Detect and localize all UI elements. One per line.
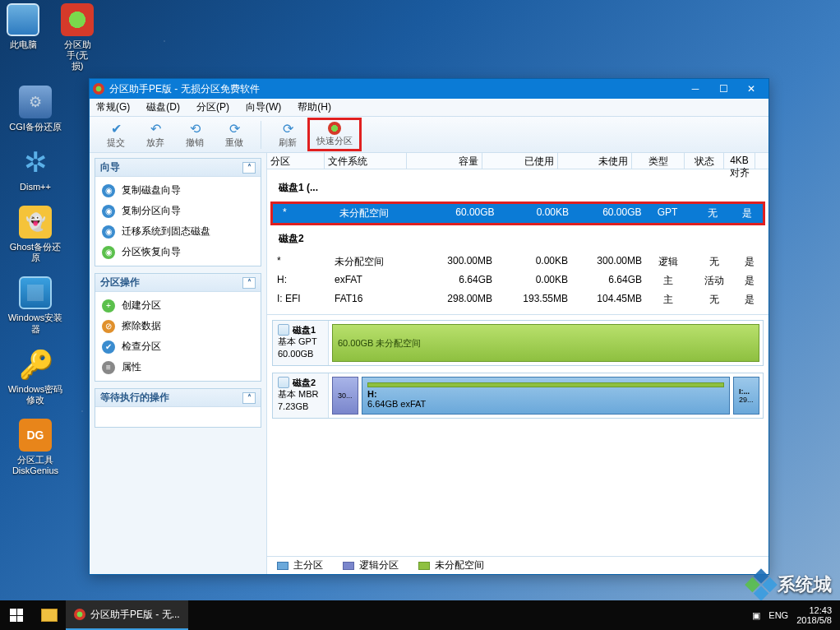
- disk-map-area: 磁盘1基本 GPT60.00GB 60.00GB 未分配空间 磁盘2基本 MBR…: [267, 314, 768, 424]
- sidebar-item-properties[interactable]: ≡属性: [95, 357, 261, 378]
- sidebar-item-wipe-data[interactable]: ⊘擦除数据: [95, 316, 261, 336]
- undo-button[interactable]: ⟲撤销: [175, 121, 215, 149]
- table-row[interactable]: * 未分配空间 60.00GB 0.00KB 60.00GB GPT 无 是: [273, 204, 763, 223]
- col-4k-align[interactable]: 4KB对齐: [724, 153, 755, 169]
- app-icon: [93, 83, 104, 95]
- system-tray[interactable]: ▣ ENG 12:432018/5/8: [744, 605, 840, 625]
- partition-assistant-window: 分区助手PE版 - 无损分区免费软件 ─ ☐ ✕ 常规(G) 磁盘(D) 分区(…: [89, 78, 769, 575]
- desktop-icon-ghost[interactable]: 👻Ghost备份还原: [7, 206, 64, 263]
- titlebar[interactable]: 分区助手PE版 - 无损分区免费软件 ─ ☐ ✕: [90, 79, 768, 99]
- menu-help[interactable]: 帮助(H): [294, 99, 335, 116]
- desktop-icon-this-pc[interactable]: 此电脑: [7, 3, 39, 72]
- sidebar-item-migrate-os-ssd[interactable]: ◉迁移系统到固态磁盘: [95, 221, 261, 242]
- table-row[interactable]: *未分配空间300.00MB0.00KB300.00MB逻辑无是: [267, 252, 768, 271]
- sidebar-item-check-partition[interactable]: ✔检查分区: [95, 336, 261, 357]
- quick-partition-button[interactable]: 快速分区: [315, 122, 354, 147]
- disk2-label[interactable]: 磁盘2: [267, 225, 768, 252]
- disk-icon: [278, 324, 289, 336]
- toolbar-separator: [261, 121, 261, 149]
- close-button[interactable]: ✕: [737, 81, 765, 97]
- col-partition[interactable]: 分区: [267, 153, 325, 169]
- disk-segment-unallocated[interactable]: 60.00GB 未分配空间: [332, 324, 759, 362]
- commit-button[interactable]: ✔提交: [96, 121, 136, 149]
- sidebar-item-copy-partition-wizard[interactable]: ◉复制分区向导: [95, 201, 261, 221]
- pending-panel-title: 等待执行的操作: [100, 391, 169, 405]
- column-headers: 分区 文件系统 容量 已使用 未使用 类型 状态 4KB对齐: [267, 153, 768, 169]
- watermark: 系统城: [750, 572, 832, 597]
- col-capacity[interactable]: 容量: [407, 153, 482, 169]
- col-free[interactable]: 未使用: [558, 153, 632, 169]
- table-row[interactable]: H:exFAT6.64GB0.00KB6.64GB主活动是: [267, 271, 768, 290]
- ops-panel-title: 分区操作: [100, 276, 140, 290]
- tray-clock[interactable]: 12:432018/5/8: [796, 605, 832, 625]
- desktop-icons: 此电脑 分区助手(无损) CGI备份还原 ✲Dism++ 👻Ghost备份还原 …: [7, 3, 81, 489]
- redo-button[interactable]: ⟳重做: [215, 121, 254, 149]
- start-button[interactable]: [0, 600, 33, 630]
- legend: 主分区 逻辑分区 未分配空间: [267, 556, 768, 574]
- disk-segment-h[interactable]: H:6.64GB exFAT: [362, 377, 730, 415]
- desktop-icon-diskgenius[interactable]: DG分区工具DiskGenius: [7, 419, 64, 476]
- menu-disk[interactable]: 磁盘(D): [143, 99, 183, 116]
- taskbar-file-explorer[interactable]: [33, 600, 66, 630]
- legend-primary-icon: [277, 562, 288, 570]
- disk-icon: [278, 377, 289, 388]
- quick-partition-highlight: 快速分区: [307, 118, 362, 151]
- refresh-button[interactable]: ⟳刷新: [268, 121, 307, 149]
- disk-segment-logical[interactable]: 30...: [332, 377, 358, 415]
- minimize-button[interactable]: ─: [681, 81, 709, 97]
- col-filesystem[interactable]: 文件系统: [325, 153, 407, 169]
- sidebar-item-partition-recovery[interactable]: ◉分区恢复向导: [95, 242, 261, 262]
- legend-unalloc-icon: [418, 562, 430, 570]
- desktop-icon-cgi-backup[interactable]: CGI备份还原: [7, 86, 64, 132]
- col-type[interactable]: 类型: [632, 153, 685, 169]
- tray-language[interactable]: ENG: [768, 610, 788, 620]
- wizard-panel: 向导˄ ◉复制磁盘向导 ◉复制分区向导 ◉迁移系统到固态磁盘 ◉分区恢复向导: [95, 158, 261, 266]
- wizard-panel-title: 向导: [100, 160, 120, 174]
- tray-action-center-icon[interactable]: ▣: [752, 610, 760, 621]
- selected-row-highlight: * 未分配空间 60.00GB 0.00KB 60.00GB GPT 无 是: [270, 202, 765, 225]
- menubar: 常规(G) 磁盘(D) 分区(P) 向导(W) 帮助(H): [90, 99, 768, 117]
- taskbar: 分区助手PE版 - 无... ▣ ENG 12:432018/5/8: [0, 600, 840, 630]
- window-title: 分区助手PE版 - 无损分区免费软件: [109, 82, 681, 96]
- desktop-icon-dism[interactable]: ✲Dism++: [7, 146, 64, 192]
- collapse-icon[interactable]: ˄: [242, 392, 256, 404]
- desktop-icon-password-reset[interactable]: 🔑Windows密码修改: [7, 348, 64, 405]
- disk-segment-i[interactable]: I:...29...: [733, 377, 759, 415]
- menu-partition[interactable]: 分区(P): [193, 99, 233, 116]
- legend-logical-icon: [343, 562, 354, 570]
- main-area: 分区 文件系统 容量 已使用 未使用 类型 状态 4KB对齐 磁盘1 (... …: [267, 153, 768, 574]
- disk1-label[interactable]: 磁盘1 (...: [267, 174, 768, 202]
- col-used[interactable]: 已使用: [482, 153, 558, 169]
- table-row[interactable]: I: EFIFAT16298.00MB193.55MB104.45MB主无是: [267, 290, 768, 309]
- menu-general[interactable]: 常规(G): [93, 99, 133, 116]
- maximize-button[interactable]: ☐: [709, 81, 737, 97]
- toolbar: ✔提交 ↶放弃 ⟲撤销 ⟳重做 ⟳刷新 快速分区: [90, 117, 768, 153]
- collapse-icon[interactable]: ˄: [242, 277, 256, 289]
- desktop-icon-windows-installer[interactable]: Windows安装器: [7, 276, 64, 334]
- disk-map-2[interactable]: 磁盘2基本 MBR7.23GB 30... H:6.64GB exFAT I:.…: [272, 373, 764, 419]
- sidebar: 向导˄ ◉复制磁盘向导 ◉复制分区向导 ◉迁移系统到固态磁盘 ◉分区恢复向导 分…: [90, 153, 267, 574]
- discard-button[interactable]: ↶放弃: [136, 121, 175, 149]
- partition-ops-panel: 分区操作˄ +创建分区 ⊘擦除数据 ✔检查分区 ≡属性: [95, 273, 261, 382]
- menu-wizard[interactable]: 向导(W): [242, 99, 284, 116]
- col-status[interactable]: 状态: [685, 153, 724, 169]
- disk-map-1[interactable]: 磁盘1基本 GPT60.00GB 60.00GB 未分配空间: [272, 320, 764, 366]
- sidebar-item-copy-disk-wizard[interactable]: ◉复制磁盘向导: [95, 180, 261, 201]
- taskbar-app-partition-assistant[interactable]: 分区助手PE版 - 无...: [66, 600, 188, 630]
- sidebar-item-create-partition[interactable]: +创建分区: [95, 295, 261, 316]
- partition-grid: 磁盘1 (... * 未分配空间 60.00GB 0.00KB 60.00GB …: [267, 169, 768, 314]
- pending-panel: 等待执行的操作˄: [95, 388, 261, 428]
- collapse-icon[interactable]: ˄: [242, 162, 256, 174]
- desktop-icon-partition-assistant[interactable]: 分区助手(无损): [61, 3, 94, 72]
